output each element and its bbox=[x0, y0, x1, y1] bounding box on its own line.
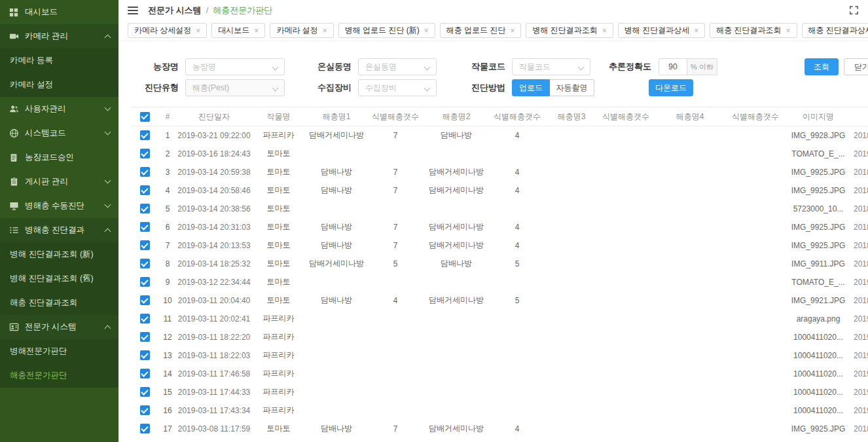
search-button[interactable]: 조회 bbox=[805, 58, 839, 75]
row-checkbox-cell bbox=[132, 163, 158, 181]
cell-count4 bbox=[725, 255, 786, 273]
cell-extra: 2018 bbox=[851, 200, 868, 218]
row-checkbox[interactable] bbox=[140, 259, 150, 268]
cell-pest2: 담배거세미나방 bbox=[424, 236, 488, 255]
table-row: 112019-03-11 20:02:41파프리카aragaya.png2019 bbox=[132, 310, 868, 328]
tab-8[interactable]: 해충 진단결과조회× bbox=[710, 23, 797, 38]
tab-4[interactable]: 병해 업로드 진단 (新)× bbox=[338, 23, 435, 38]
column-header: 해충명1 bbox=[306, 107, 367, 126]
sidebar-item-2[interactable]: 카메라 관리 bbox=[0, 24, 118, 48]
table-body: 12019-03-21 09:22:00파프리카담배거세미나방7담배나방4IMG… bbox=[132, 126, 868, 438]
tab-7[interactable]: 병해 진단결과상세× bbox=[618, 23, 705, 38]
close-button[interactable]: 닫기 bbox=[844, 58, 868, 75]
cell-date: 2019-03-14 18:25:32 bbox=[177, 255, 251, 273]
expert-icon bbox=[9, 322, 19, 333]
cell-pest2 bbox=[424, 310, 488, 328]
column-header-clipped bbox=[851, 107, 868, 126]
sidebar-item-label: 게시판 관리 bbox=[25, 176, 105, 187]
fullscreen-icon[interactable] bbox=[849, 5, 859, 15]
row-checkbox[interactable] bbox=[140, 185, 150, 195]
cell-no: 3 bbox=[158, 163, 177, 181]
cell-crop: 토마토 bbox=[251, 236, 306, 255]
row-checkbox[interactable] bbox=[140, 387, 150, 397]
accuracy-suffix: % 이하 bbox=[687, 58, 717, 75]
device-select[interactable]: 수집장비 bbox=[358, 79, 437, 96]
row-checkbox[interactable] bbox=[140, 204, 150, 213]
sidebar-subitem-active[interactable]: 해충전문가판단 bbox=[0, 363, 118, 388]
tab-close-icon[interactable]: × bbox=[694, 26, 698, 35]
diagnosis-method-label: 진단방법 bbox=[462, 79, 505, 96]
row-checkbox[interactable] bbox=[140, 369, 150, 378]
cell-pest3 bbox=[546, 255, 597, 273]
row-checkbox[interactable] bbox=[140, 149, 150, 158]
tab-close-icon[interactable]: × bbox=[602, 26, 607, 35]
sidebar-item-9[interactable]: 전문가 시스템 bbox=[0, 315, 118, 339]
cell-no: 2 bbox=[158, 145, 177, 163]
sidebar-subitem[interactable]: 병해 진단결과조회 (新) bbox=[0, 242, 118, 267]
accuracy-input[interactable] bbox=[659, 58, 687, 75]
list-icon bbox=[9, 225, 19, 236]
tab-1[interactable]: 카메라 상세설정× bbox=[128, 23, 207, 38]
sidebar-subitem[interactable]: 병해전문가판단 bbox=[0, 339, 118, 363]
cell-no: 15 bbox=[158, 383, 177, 401]
greenhouse-select[interactable]: 온실동명 bbox=[358, 58, 437, 75]
tab-3[interactable]: 카메라 설정× bbox=[270, 23, 333, 38]
row-checkbox[interactable] bbox=[140, 314, 150, 323]
cell-pest1: 담배거세미나방 bbox=[306, 255, 367, 273]
tab-2[interactable]: 대시보드× bbox=[211, 23, 265, 38]
tab-5[interactable]: 해충 업로드 진단× bbox=[440, 23, 522, 38]
download-button[interactable]: 다운로드 bbox=[649, 79, 693, 96]
tab-close-icon[interactable]: × bbox=[254, 26, 259, 35]
breadcrumb-root: 전문가 시스템 bbox=[148, 5, 202, 16]
sidebar-subitem[interactable]: 해충 진단결과조회 bbox=[0, 291, 118, 315]
cell-count4 bbox=[725, 218, 786, 236]
row-checkbox[interactable] bbox=[140, 405, 150, 415]
tab-close-icon[interactable]: × bbox=[510, 26, 515, 35]
column-header: 진단일자 bbox=[177, 107, 251, 126]
monitor-icon bbox=[9, 201, 19, 212]
method-auto-button[interactable]: 자동촬영 bbox=[550, 79, 594, 96]
row-checkbox[interactable] bbox=[140, 222, 150, 232]
row-checkbox[interactable] bbox=[140, 295, 150, 305]
cell-no: 7 bbox=[158, 236, 177, 255]
select-all-checkbox[interactable] bbox=[140, 112, 150, 122]
sidebar-subitem[interactable]: 카메라 설정 bbox=[0, 73, 118, 97]
cell-pest3 bbox=[546, 163, 597, 181]
row-checkbox[interactable] bbox=[140, 424, 150, 433]
cell-count1: 7 bbox=[367, 181, 424, 200]
sidebar-item-5[interactable]: 농장코드승인 bbox=[0, 145, 118, 170]
sidebar-subitem[interactable]: 카메라 등록 bbox=[0, 48, 118, 73]
tab-9[interactable]: 해충 진단결과상세× bbox=[802, 23, 868, 38]
cell-date: 2019-03-14 20:13:53 bbox=[177, 236, 251, 255]
tab-6[interactable]: 병해 진단결과조회× bbox=[526, 23, 613, 38]
tab-close-icon[interactable]: × bbox=[323, 26, 327, 35]
tab-close-icon[interactable]: × bbox=[196, 26, 200, 35]
row-checkbox[interactable] bbox=[140, 130, 150, 140]
cell-pest3 bbox=[546, 126, 597, 145]
method-upload-button[interactable]: 업로드 bbox=[512, 79, 550, 96]
hamburger-menu-icon[interactable] bbox=[128, 5, 138, 16]
sidebar-item-7[interactable]: 병해충 수동진단 bbox=[0, 194, 118, 218]
crop-code-select[interactable]: 작물코드 bbox=[512, 58, 590, 75]
sidebar-item-4[interactable]: 시스템코드 bbox=[0, 121, 118, 145]
tab-close-icon[interactable]: × bbox=[424, 26, 429, 35]
tab-close-icon[interactable]: × bbox=[786, 26, 791, 35]
cell-count3 bbox=[597, 255, 655, 273]
row-checkbox[interactable] bbox=[140, 350, 150, 360]
cell-count4 bbox=[725, 310, 786, 328]
sidebar-item-8[interactable]: 병해충 진단결과 bbox=[0, 218, 118, 242]
row-checkbox[interactable] bbox=[140, 240, 150, 250]
row-checkbox[interactable] bbox=[140, 277, 150, 287]
sidebar-item-3[interactable]: 사용자관리 bbox=[0, 97, 118, 121]
diagnosis-type-value: 해충(Pest) bbox=[192, 83, 229, 94]
sidebar-item-1[interactable]: 대시보드 bbox=[0, 0, 118, 24]
row-checkbox[interactable] bbox=[140, 167, 150, 177]
cell-no: 12 bbox=[158, 328, 177, 346]
sidebar-item-6[interactable]: 게시판 관리 bbox=[0, 170, 118, 194]
farm-name-select[interactable]: 농장명 bbox=[185, 58, 285, 75]
breadcrumb-current[interactable]: 해충전문가판단 bbox=[213, 5, 272, 16]
sidebar-subitem[interactable]: 병해 진단결과조회 (舊) bbox=[0, 267, 118, 291]
row-checkbox[interactable] bbox=[140, 332, 150, 342]
sidebar-item-label: 병해충 진단결과 bbox=[25, 225, 105, 236]
diagnosis-type-select[interactable]: 해충(Pest) bbox=[185, 79, 285, 96]
